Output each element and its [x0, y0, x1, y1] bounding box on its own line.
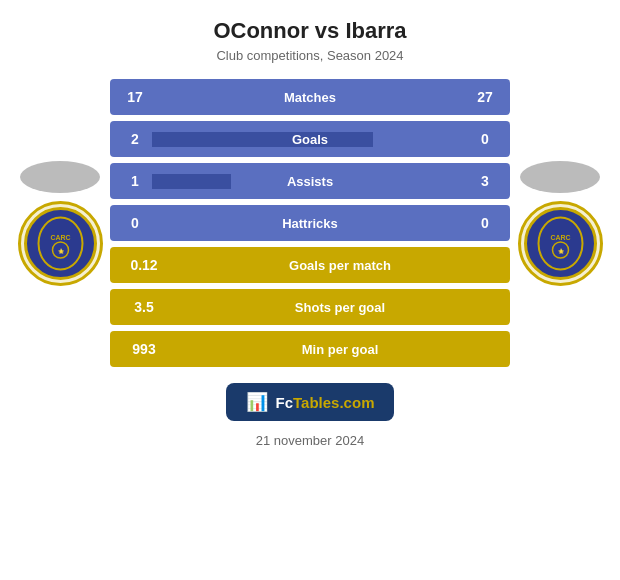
right-club-crest: CARC ⭐: [518, 201, 603, 286]
goals-per-match-val: 0.12: [110, 257, 170, 273]
goals-right-val: 0: [468, 131, 510, 147]
svg-text:⭐: ⭐: [557, 248, 564, 255]
matches-right-val: 27: [468, 89, 510, 105]
hattricks-right-val: 0: [468, 215, 510, 231]
svg-text:CARC: CARC: [550, 234, 570, 241]
subtitle: Club competitions, Season 2024: [213, 48, 406, 63]
left-logo-top-shape: [20, 161, 100, 193]
shots-per-goal-row: 3.5 Shots per goal: [110, 289, 510, 325]
stats-area: 17 Matches 27 2 Goals 0 1 Assists 3 0: [110, 79, 510, 367]
svg-point-0: [25, 208, 95, 278]
shots-per-goal-label: Shots per goal: [170, 300, 510, 315]
min-per-goal-row: 993 Min per goal: [110, 331, 510, 367]
hattricks-left-val: 0: [110, 215, 152, 231]
min-per-goal-label: Min per goal: [170, 342, 510, 357]
svg-point-5: [525, 208, 595, 278]
assists-right-val: 3: [468, 173, 510, 189]
goals-label: Goals: [292, 132, 328, 147]
matches-left-val: 17: [110, 89, 152, 105]
goals-per-match-label: Goals per match: [170, 258, 510, 273]
matches-bar: Matches: [152, 90, 468, 105]
shots-per-goal-val: 3.5: [110, 299, 170, 315]
fctables-badge: 📊 FcTables.com: [226, 383, 395, 421]
goals-left-val: 2: [110, 131, 152, 147]
left-team-logo: CARC ⭐: [10, 161, 110, 286]
page-title: OConnor vs Ibarra: [213, 18, 406, 44]
assists-row: 1 Assists 3: [110, 163, 510, 199]
svg-text:⭐: ⭐: [57, 248, 64, 255]
header: OConnor vs Ibarra Club competitions, Sea…: [213, 18, 406, 63]
left-club-crest: CARC ⭐: [18, 201, 103, 286]
main-area: CARC ⭐ 17 Matches 27 2 Goals 0 1: [0, 79, 620, 367]
matches-row: 17 Matches 27: [110, 79, 510, 115]
matches-label: Matches: [284, 90, 336, 105]
goals-per-match-row: 0.12 Goals per match: [110, 247, 510, 283]
fctables-icon: 📊: [246, 391, 268, 413]
right-logo-top-shape: [520, 161, 600, 193]
svg-text:CARC: CARC: [50, 234, 70, 241]
goals-bar: Goals: [152, 132, 468, 147]
min-per-goal-val: 993: [110, 341, 170, 357]
assists-left-val: 1: [110, 173, 152, 189]
fctables-text: FcTables.com: [276, 394, 375, 411]
right-team-logo: CARC ⭐: [510, 161, 610, 286]
footer-date: 21 november 2024: [256, 433, 364, 448]
hattricks-row: 0 Hattricks 0: [110, 205, 510, 241]
assists-label: Assists: [287, 174, 333, 189]
hattricks-bar: Hattricks: [152, 216, 468, 231]
assists-bar: Assists: [152, 174, 468, 189]
goals-row: 2 Goals 0: [110, 121, 510, 157]
fctables-accent: Tables.com: [293, 394, 374, 411]
hattricks-label: Hattricks: [282, 216, 338, 231]
